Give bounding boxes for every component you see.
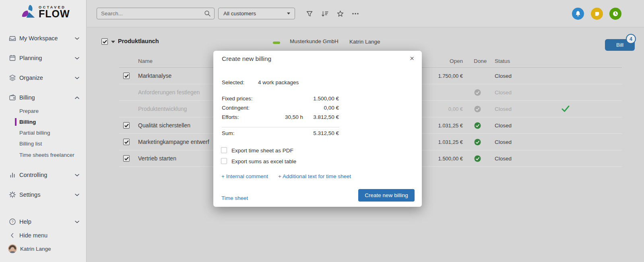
wallet-icon: [9, 94, 16, 101]
work-package-name: Vertrieb starten: [138, 155, 176, 162]
sidebar-item-organize[interactable]: Organize: [0, 72, 87, 84]
hide-menu-button[interactable]: Hide menu: [0, 229, 87, 241]
status-label: Closed: [495, 89, 512, 96]
project-checkbox[interactable]: [101, 38, 108, 45]
sum-label: Sum:: [222, 130, 235, 136]
sidebar-subitem-billing-active[interactable]: Billing: [0, 116, 87, 127]
sidebar-item-billing[interactable]: Billing: [0, 91, 87, 104]
done-icon: [474, 89, 481, 96]
sidebar-item-settings[interactable]: Settings: [0, 189, 87, 201]
project-manager-label: Katrin Lange: [349, 39, 380, 45]
export-pdf-label: Export time sheet as PDF: [231, 148, 293, 154]
user-menu[interactable]: Katrin Lange: [0, 243, 87, 255]
sidebar-item-label: Settings: [19, 191, 40, 198]
export-excel-label: Export sums as excel table: [231, 158, 296, 164]
project-name[interactable]: Produktlaunch: [118, 38, 159, 44]
star-icon: [337, 10, 344, 17]
sort-icon: [322, 11, 328, 17]
inbox-icon: [9, 35, 16, 42]
checkmark-icon: [124, 157, 129, 160]
layers-icon: [9, 74, 16, 81]
notes-button[interactable]: [591, 8, 603, 20]
user-name-label: Katrin Lange: [20, 246, 51, 252]
search-input[interactable]: [97, 10, 204, 17]
sort-button[interactable]: [319, 8, 331, 20]
sidebar-item-label: Billing: [19, 94, 35, 101]
favorite-button[interactable]: [334, 8, 346, 20]
sidebar-item-planning[interactable]: Planning: [0, 52, 87, 64]
bell-icon: [575, 10, 581, 17]
internal-comment-link[interactable]: + Internal comment: [221, 173, 268, 179]
more-options-button[interactable]: [349, 8, 361, 20]
contingent-amount: 0,00 €: [324, 105, 339, 111]
project-expander-caret[interactable]: [111, 41, 115, 43]
app-root: OCTAVED FLOW My Workspace Planning: [0, 0, 644, 262]
status-label: Closed: [495, 156, 512, 162]
sidebar-item-controlling[interactable]: Controlling: [0, 169, 87, 181]
export-excel-checkbox[interactable]: [221, 158, 227, 164]
sidebar-item-label: Controlling: [19, 172, 47, 178]
sidebar-subitem-label: Billing list: [19, 141, 42, 147]
open-amount: 1.500,00 €: [427, 156, 463, 162]
note-icon: [594, 11, 600, 17]
additional-text-link[interactable]: + Additional text for time sheet: [278, 173, 351, 179]
filter-funnel-icon: [306, 11, 313, 17]
chevron-up-icon: [75, 96, 79, 99]
time-tracking-button[interactable]: [609, 8, 621, 20]
checkmark-icon: [124, 74, 129, 78]
efforts-hours: 30,50 h: [285, 114, 303, 120]
create-new-billing-button[interactable]: Create new billing: [358, 189, 415, 202]
efforts-label: Efforts:: [222, 114, 239, 120]
clock-icon: [612, 10, 619, 17]
sidebar-item-label: Organize: [19, 75, 43, 81]
logo-flow-label: FLOW: [39, 9, 70, 18]
chevron-left-icon: [10, 233, 14, 238]
row-checkbox[interactable]: [123, 73, 130, 79]
svg-text:?: ?: [11, 220, 13, 224]
row-checkbox[interactable]: [123, 122, 130, 129]
project-progress-indicator: [273, 42, 280, 44]
export-pdf-checkbox[interactable]: [221, 147, 227, 153]
sidebar-item-my-workspace[interactable]: My Workspace: [0, 32, 87, 44]
filter-button[interactable]: [303, 8, 316, 20]
project-header-row: Produktlaunch Musterkunde GmbH Katrin La…: [87, 36, 644, 51]
sidebar-subitem-time-sheets-freelancer[interactable]: Time sheets freelancer: [0, 150, 87, 160]
column-header-status: Status: [495, 58, 510, 64]
modal-title: Create new billing: [222, 55, 271, 62]
close-icon[interactable]: ×: [407, 53, 417, 64]
notifications-button[interactable]: [572, 8, 584, 20]
bill-count-badge: 4: [626, 34, 636, 44]
chevron-down-icon: [75, 174, 79, 177]
sidebar-subitem-partial-billing[interactable]: Partial billing: [0, 127, 87, 138]
done-icon: [474, 139, 481, 146]
customer-filter-dropdown[interactable]: All customers: [218, 8, 295, 19]
sidebar-subitem-label: Prepare: [19, 108, 39, 114]
row-checkbox[interactable]: [123, 155, 130, 162]
project-customer-label: Musterkunde GmbH: [290, 38, 339, 44]
work-package-name: Anforderungen festlegen: [138, 89, 200, 96]
app-logo: OCTAVED FLOW: [21, 4, 70, 19]
create-new-billing-button-label: Create new billing: [365, 192, 408, 198]
status-label: Closed: [495, 73, 512, 79]
topbar: All customers: [87, 0, 644, 27]
row-checkbox[interactable]: [123, 139, 130, 145]
time-sheet-link[interactable]: Time sheet: [221, 195, 248, 201]
search-icon: [204, 10, 211, 17]
sum-amount: 5.312,50 €: [313, 130, 339, 136]
sidebar-item-help[interactable]: ? Help: [0, 216, 87, 228]
avatar: [8, 244, 17, 253]
done-icon: [474, 155, 481, 162]
bill-button-label: Bill: [616, 42, 623, 48]
sidebar-subitem-billing-list[interactable]: Billing list: [0, 138, 87, 149]
chevron-down-icon: [75, 77, 79, 79]
hide-menu-label: Hide menu: [19, 232, 47, 239]
sidebar-subitem-label: Billing: [19, 119, 36, 125]
work-package-name: Produktentwicklung: [138, 106, 187, 112]
efforts-amount: 3.812,50 €: [313, 114, 339, 120]
sidebar: OCTAVED FLOW My Workspace Planning: [0, 0, 87, 262]
checkmark-icon: [103, 40, 107, 44]
sidebar-subitem-prepare[interactable]: Prepare: [0, 106, 87, 116]
sidebar-item-label: Help: [19, 218, 31, 225]
calendar-icon: [9, 54, 16, 62]
open-amount: 1.750,00 €: [427, 73, 463, 79]
